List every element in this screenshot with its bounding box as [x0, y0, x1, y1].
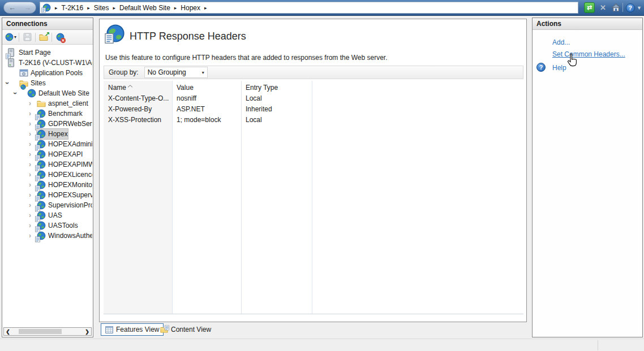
chevron-collapsed-icon[interactable]: ›	[29, 119, 31, 129]
toolbar-separator	[35, 33, 36, 42]
iis-manager-window: ← → ▸ T-2K16 ▸ Sites ▸ Default Web Site …	[0, 0, 644, 351]
chevron-collapsed-icon[interactable]: ›	[29, 231, 31, 241]
headers-list: Name Value Entry Type X-Content-Type-O..…	[104, 81, 523, 314]
remove-connection-icon[interactable]: ✕	[54, 32, 66, 43]
breadcrumb[interactable]: ▸ T-2K16 ▸ Sites ▸ Default Web Site ▸ Ho…	[40, 2, 578, 14]
tree-item-windowsauthentication[interactable]: › WindowsAuthe	[3, 231, 92, 241]
chevron-collapsed-icon[interactable]: ›	[29, 159, 31, 170]
http-response-headers-icon	[106, 24, 125, 43]
breadcrumb-separator-icon: ▸	[204, 5, 207, 11]
chevron-expanded-icon[interactable]: ›	[10, 92, 20, 94]
breadcrumb-item-sites[interactable]: Sites	[94, 4, 109, 12]
table-row[interactable]: X-Powered-By ASP.NET Inherited	[104, 104, 523, 115]
actions-panel: Actions Add... Set Common Headers... ? H…	[532, 18, 643, 337]
tab-features-view[interactable]: Features View	[101, 323, 164, 336]
tree-item-uastools[interactable]: › UASTools	[3, 220, 92, 231]
chevron-collapsed-icon[interactable]: ›	[29, 149, 31, 159]
breadcrumb-item-hopex[interactable]: Hopex	[181, 4, 200, 12]
help-icon: ?	[536, 63, 546, 72]
connections-panel-title: Connections	[2, 18, 93, 30]
scroll-right-icon[interactable]: ❯	[83, 329, 91, 335]
chevron-collapsed-icon[interactable]: ›	[29, 139, 31, 149]
new-connection-icon[interactable]: ▾	[5, 32, 17, 43]
table-row[interactable]: X-XSS-Protection 1; mode=block Local	[104, 115, 523, 125]
home-icon[interactable]	[611, 2, 621, 13]
chevron-collapsed-icon[interactable]: ›	[29, 220, 31, 231]
chevron-collapsed-icon[interactable]: ›	[29, 190, 31, 200]
scroll-left-icon[interactable]: ❮	[4, 329, 12, 335]
table-row[interactable]: X-Content-Type-O... nosniff Local	[104, 93, 523, 104]
chevron-down-icon: ▾	[202, 70, 204, 75]
back-arrow-icon[interactable]: ←	[8, 4, 16, 11]
connections-toolbar: ▾ ↗ ✕	[2, 30, 93, 45]
features-view-icon	[105, 326, 113, 333]
chevron-collapsed-icon[interactable]: ›	[29, 109, 31, 119]
chevron-collapsed-icon[interactable]: ›	[29, 170, 31, 180]
column-header-name[interactable]: Name	[104, 81, 172, 93]
breadcrumb-separator-icon: ▸	[87, 5, 90, 11]
tree-item-application-pools[interactable]: Application Pools	[3, 68, 92, 78]
chevron-collapsed-icon[interactable]: ›	[29, 200, 31, 210]
actions-panel-title: Actions	[533, 18, 642, 30]
help-icon[interactable]: ?	[625, 2, 636, 13]
tree-item-default-web-site[interactable]: › Default Web Site	[3, 88, 92, 98]
tree-item-benchmark[interactable]: › Benchmark	[3, 109, 92, 119]
chevron-collapsed-icon[interactable]: ›	[29, 210, 31, 220]
status-bar-divider	[598, 340, 598, 350]
restart-icon[interactable]: ⇄	[584, 2, 595, 13]
content-view-icon	[160, 326, 168, 333]
tree-item-aspnet-client[interactable]: › aspnet_client	[3, 98, 92, 109]
scrollbar-thumb[interactable]	[19, 329, 62, 334]
tree-item-hopexlicence[interactable]: › HOPEXLicencel	[3, 170, 92, 180]
chevron-down-icon[interactable]: ▼	[637, 5, 642, 11]
list-header: Name Value Entry Type	[104, 81, 523, 93]
tree-item-sites[interactable]: › Sites	[3, 78, 92, 88]
tree-item-hopexmonitoring[interactable]: › HOPEXMonitor	[3, 180, 92, 190]
breadcrumb-separator-icon: ▸	[174, 5, 177, 11]
toolbar-separator	[51, 33, 52, 42]
chevron-collapsed-icon[interactable]: ›	[29, 180, 31, 190]
tree-item-hopex[interactable]: › Hopex	[3, 129, 92, 139]
feature-view-pane: HTTP Response Headers Use this feature t…	[99, 19, 527, 322]
tree-item-hopexapi[interactable]: › HOPEXAPI	[3, 149, 92, 159]
group-by-bar: Group by: No Grouping ▾	[104, 66, 523, 79]
column-header-entry-type[interactable]: Entry Type	[241, 81, 312, 93]
forward-arrow-icon[interactable]: →	[24, 4, 31, 11]
tree-item-server[interactable]: T-2K16 (V-CLUST-W1\Adr	[3, 58, 92, 68]
tab-content-view[interactable]: Content View	[156, 323, 215, 336]
tree-item-hopexapimw[interactable]: › HOPEXAPIMW	[3, 159, 92, 170]
stop-icon: ✕	[598, 2, 608, 13]
up-folder-icon[interactable]: ↗	[37, 32, 50, 43]
tree-item-start-page[interactable]: Start Page	[3, 47, 92, 58]
toolbar-separator	[19, 33, 19, 42]
save-icon	[21, 32, 33, 43]
site-icon	[42, 3, 51, 12]
horizontal-scrollbar[interactable]: ❮ ❯	[3, 327, 92, 336]
history-nav: ← →	[3, 2, 36, 14]
breadcrumb-item-default-web-site[interactable]: Default Web Site	[119, 4, 170, 12]
breadcrumb-item-server[interactable]: T-2K16	[62, 4, 84, 12]
chevron-expanded-icon[interactable]: ›	[3, 82, 12, 84]
help-link[interactable]: Help	[552, 64, 566, 72]
column-header-value[interactable]: Value	[172, 81, 241, 93]
chevron-collapsed-icon[interactable]: ›	[29, 98, 31, 109]
page-description: Use this feature to configure HTTP heade…	[105, 54, 388, 62]
list-body: X-Content-Type-O... nosniff Local X-Powe…	[104, 93, 523, 125]
toolbar-separator	[622, 3, 623, 12]
breadcrumb-separator-icon: ▸	[55, 5, 58, 11]
tree-item-uas[interactable]: › UAS	[3, 210, 92, 220]
tree-item-gdprwebservice[interactable]: › GDPRWebServi	[3, 119, 92, 129]
tree-item-supervisionpro[interactable]: › SupervisionPro	[3, 200, 92, 210]
view-tabs: Features View Content View	[99, 323, 527, 337]
navigation-bar: ← → ▸ T-2K16 ▸ Sites ▸ Default Web Site …	[0, 0, 644, 16]
page-title: HTTP Response Headers	[130, 31, 246, 42]
chevron-collapsed-icon[interactable]: ›	[29, 129, 31, 139]
breadcrumb-separator-icon: ▸	[113, 5, 115, 11]
add-link[interactable]: Add...	[552, 38, 570, 46]
group-by-dropdown[interactable]: No Grouping ▾	[144, 67, 208, 78]
set-common-headers-link[interactable]: Set Common Headers...	[552, 50, 625, 58]
connections-tree: Start Page T-2K16 (V-CLUST-W1\Adr Applic…	[3, 45, 92, 327]
tree-item-hopexsupervision[interactable]: › HOPEXSupervis	[3, 190, 92, 200]
connections-panel: Connections ▾ ↗ ✕ Start Page	[2, 18, 93, 337]
tree-item-hopexadministration[interactable]: › HOPEXAdminis	[3, 139, 92, 149]
